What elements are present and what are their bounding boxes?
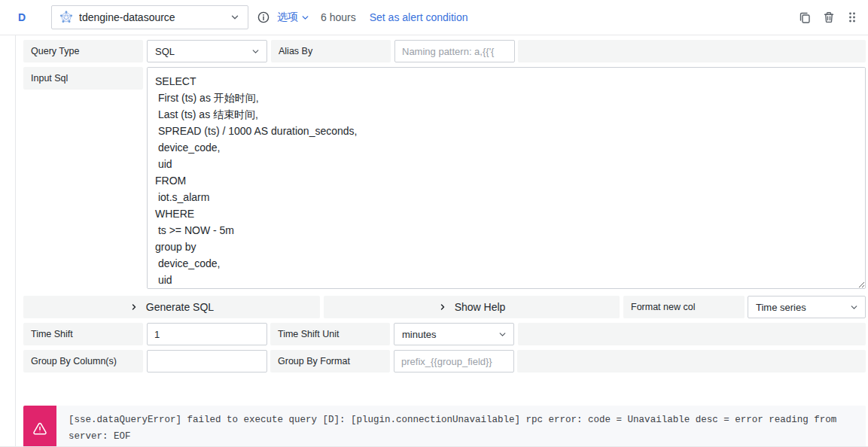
generate-sql-button[interactable]: Generate SQL [23,296,320,318]
row-actions: Generate SQL Show Help Format new col Ti… [23,296,866,318]
query-type-value: SQL [155,46,175,57]
query-editor-panel: D tdengine-datasource [0,0,868,447]
row-query-type: Query Type SQL Alias By [23,40,866,62]
time-range-label: 6 hours [321,11,356,23]
group-by-columns-label: Group By Column(s) [23,350,143,372]
query-type-select[interactable]: SQL [147,40,267,62]
generate-sql-label: Generate SQL [146,301,214,313]
row-filler [518,323,866,345]
show-help-button[interactable]: Show Help [324,296,620,318]
chevron-down-icon [230,12,240,23]
show-help-label: Show Help [455,301,506,313]
query-error-alert: [sse.dataQueryError] failed to execute q… [23,406,866,447]
chevron-down-icon [251,47,260,56]
group-by-format-label: Group By Format [270,350,390,372]
row-filler [518,40,866,62]
alias-by-input[interactable] [394,40,515,62]
group-by-format-input[interactable] [394,350,514,372]
tdengine-logo-icon [59,11,73,24]
datasource-name: tdengine-datasource [79,11,224,23]
group-by-columns-input[interactable] [147,350,267,372]
chevron-down-icon [300,13,310,23]
row-input-sql: Input Sql SELECT First (ts) as 开始时间, Las… [23,67,866,289]
time-shift-unit-value: minutes [402,329,437,340]
row-group-by: Group By Column(s) Group By Format [23,350,866,372]
query-editor-body: Query Type SQL Alias By Input Sql SELECT… [0,35,868,447]
chevron-down-icon [849,303,859,312]
time-shift-unit-label: Time Shift Unit [270,323,390,345]
info-icon[interactable] [257,11,270,23]
query-type-label: Query Type [23,40,143,62]
error-message: [sse.dataQueryError] failed to execute q… [56,406,866,447]
chevron-down-icon [498,330,507,339]
datasource-picker[interactable]: tdengine-datasource [51,5,248,29]
copy-icon[interactable] [799,11,811,23]
row-time-shift: Time Shift Time Shift Unit minutes [23,323,866,345]
options-label: 选项 [277,11,298,24]
format-value: Time series [756,302,806,313]
time-shift-input[interactable] [147,323,267,345]
chevron-right-icon [438,303,447,312]
time-shift-label: Time Shift [23,323,143,345]
trash-icon[interactable] [823,11,835,23]
set-alert-condition-link[interactable]: Set as alert condition [370,11,468,23]
alias-by-label: Alias By [271,40,391,62]
chevron-right-icon [129,303,139,312]
input-sql-label: Input Sql [23,67,143,90]
warning-triangle-icon [23,406,56,447]
sql-textarea[interactable]: SELECT First (ts) as 开始时间, Last (ts) as … [147,67,866,289]
query-ref-id: D [18,11,33,23]
options-dropdown[interactable]: 选项 [277,11,310,24]
row-filler [517,350,866,372]
time-shift-unit-select[interactable]: minutes [394,323,514,345]
query-header: D tdengine-datasource [0,0,868,35]
format-new-col-label: Format new col [623,296,745,318]
header-actions [799,11,857,23]
drag-handle-icon[interactable] [847,11,857,23]
format-select[interactable]: Time series [748,296,866,318]
indent-guide-line [15,35,16,447]
